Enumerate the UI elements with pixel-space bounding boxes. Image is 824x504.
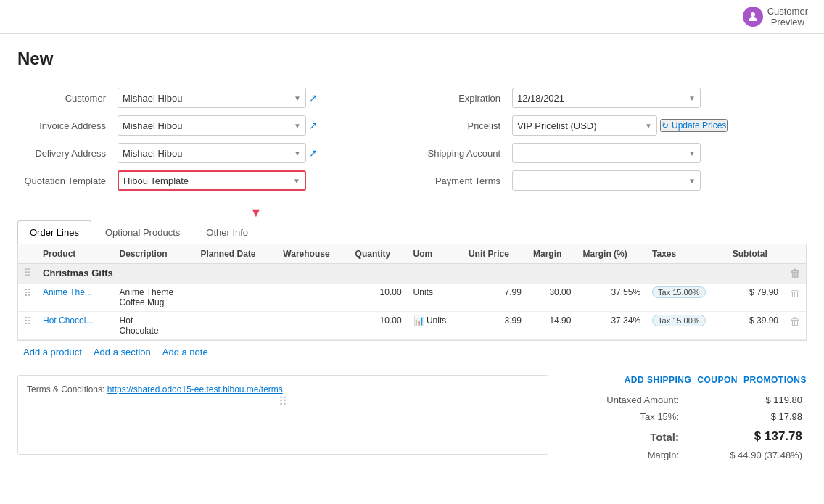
totals-section: ADD SHIPPING COUPON PROMOTIONS Untaxed A… bbox=[560, 375, 807, 464]
drag-handle-icon[interactable]: ⠿ bbox=[24, 315, 31, 327]
quantity-cell[interactable]: 10.00 bbox=[350, 284, 408, 312]
svg-point-0 bbox=[751, 12, 755, 17]
taxes-cell[interactable]: Tax 15.00% bbox=[646, 312, 727, 340]
expiration-field: 12/18/2021 ▼ bbox=[512, 88, 807, 108]
invoice-address-field: Mishael Hibou ▼ ↗ bbox=[118, 115, 412, 136]
update-prices-button[interactable]: ↻ Update Prices bbox=[660, 119, 728, 132]
margin-pct-cell[interactable]: 37.34% bbox=[577, 312, 646, 340]
forecast-chart-icon[interactable]: 📊 bbox=[413, 315, 424, 326]
warehouse-cell[interactable] bbox=[277, 284, 349, 312]
col-uom: Uom bbox=[408, 244, 463, 264]
margin-cell[interactable]: 30.00 bbox=[527, 284, 577, 312]
terms-conditions-box[interactable]: Terms & Conditions: https://shared.odoo1… bbox=[17, 375, 548, 455]
chevron-down-icon: ▼ bbox=[688, 177, 696, 185]
drag-handle-icon[interactable]: ⠿ bbox=[24, 268, 31, 279]
customer-label: Customer bbox=[17, 93, 112, 104]
untaxed-value: $ 119.80 bbox=[686, 392, 805, 408]
terms-label: Terms & Conditions: bbox=[27, 384, 104, 394]
order-lines-table: Product Description Planned Date Warehou… bbox=[18, 244, 806, 340]
quantity-cell[interactable]: 10.00 bbox=[350, 312, 408, 340]
tax-badge: Tax 15.00% bbox=[652, 286, 705, 298]
warehouse-cell[interactable] bbox=[277, 312, 349, 340]
quotation-template-select[interactable]: Hibou Template ▼ bbox=[118, 170, 306, 191]
col-unit-price: Unit Price bbox=[463, 244, 527, 264]
refresh-icon: ↻ bbox=[662, 120, 669, 131]
taxes-cell[interactable]: Tax 15.00% bbox=[646, 284, 727, 312]
invoice-address-external-link-icon[interactable]: ↗ bbox=[309, 120, 318, 131]
uom-cell[interactable]: 📊 Units bbox=[408, 312, 463, 340]
terms-url[interactable]: https://shared.odoo15-ee.test.hibou.me/t… bbox=[107, 384, 283, 394]
customer-select[interactable]: Mishael Hibou ▼ bbox=[118, 88, 306, 108]
customer-field: Mishael Hibou ▼ ↗ bbox=[118, 88, 412, 108]
margin-total-value: $ 44.90 (37.48%) bbox=[686, 447, 805, 463]
section-name[interactable]: Christmas Gifts bbox=[37, 264, 784, 284]
shipping-account-row: Shipping Account ▼ bbox=[412, 141, 807, 165]
pricelist-select[interactable]: VIP Pricelist (USD) ▼ bbox=[512, 115, 657, 136]
chevron-down-icon: ▼ bbox=[294, 94, 301, 102]
tab-optional-products[interactable]: Optional Products bbox=[93, 220, 192, 244]
margin-cell[interactable]: 14.90 bbox=[527, 312, 577, 340]
planned-date-cell[interactable] bbox=[195, 284, 278, 312]
total-value: $ 137.78 bbox=[686, 426, 805, 446]
customer-preview-button[interactable]: CustomerPreview bbox=[736, 1, 815, 32]
delivery-address-external-link-icon[interactable]: ↗ bbox=[309, 147, 318, 159]
pricelist-field: VIP Pricelist (USD) ▼ ↻ Update Prices bbox=[512, 115, 807, 136]
description-cell[interactable]: Anime ThemeCoffee Mug bbox=[114, 284, 195, 312]
margin-row: Margin: $ 44.90 (37.48%) bbox=[561, 447, 805, 463]
delete-icon[interactable]: 🗑 bbox=[790, 287, 800, 299]
margin-pct-cell[interactable]: 37.55% bbox=[577, 284, 646, 312]
delete-icon[interactable]: 🗑 bbox=[790, 315, 800, 327]
expiration-row: Expiration 12/18/2021 ▼ bbox=[412, 86, 807, 110]
invoice-address-select[interactable]: Mishael Hibou ▼ bbox=[118, 115, 306, 136]
totals-table: Untaxed Amount: $ 119.80 Tax 15%: $ 17.9… bbox=[560, 391, 807, 464]
add-note-link[interactable]: Add a note bbox=[162, 347, 208, 358]
untaxed-label: Untaxed Amount: bbox=[561, 392, 685, 408]
planned-date-cell[interactable] bbox=[195, 312, 278, 340]
quotation-template-field: Hibou Template ▼ bbox=[118, 170, 412, 191]
description-cell[interactable]: HotChocolate bbox=[114, 312, 195, 340]
col-description: Description bbox=[114, 244, 195, 264]
add-section-link[interactable]: Add a section bbox=[94, 347, 151, 358]
payment-terms-field: ▼ bbox=[512, 170, 807, 191]
tab-other-info[interactable]: Other Info bbox=[194, 220, 260, 244]
main-content: New Customer Mishael Hibou ▼ ↗ Invoice A… bbox=[0, 34, 824, 479]
payment-terms-select[interactable]: ▼ bbox=[512, 170, 701, 191]
uom-cell[interactable]: Units bbox=[408, 284, 463, 312]
resize-handle-icon[interactable]: ⠿ bbox=[27, 394, 539, 408]
bottom-section: Terms & Conditions: https://shared.odoo1… bbox=[17, 375, 807, 464]
customer-row: Customer Mishael Hibou ▼ ↗ bbox=[17, 86, 412, 110]
delete-icon[interactable]: 🗑 bbox=[790, 268, 800, 279]
product-cell[interactable]: Anime The... bbox=[37, 284, 114, 312]
table-row: ⠿ Hot Chocol... HotChocolate 10.00 📊 Uni… bbox=[18, 312, 806, 340]
tax-value: $ 17.98 bbox=[686, 409, 805, 424]
shipping-account-select[interactable]: ▼ bbox=[512, 143, 701, 163]
col-delete bbox=[784, 244, 806, 264]
table-row: ⠿ Christmas Gifts 🗑 bbox=[18, 264, 806, 284]
unit-price-cell[interactable]: 7.99 bbox=[463, 284, 527, 312]
col-margin: Margin bbox=[527, 244, 577, 264]
tab-order-lines[interactable]: Order Lines bbox=[17, 220, 91, 244]
customer-preview-label: CustomerPreview bbox=[767, 6, 808, 28]
drag-handle-cell: ⠿ bbox=[18, 264, 37, 284]
expiration-select[interactable]: 12/18/2021 ▼ bbox=[512, 88, 701, 108]
payment-terms-row: Payment Terms ▼ bbox=[412, 169, 807, 192]
coupon-button[interactable]: COUPON bbox=[697, 375, 738, 385]
chevron-down-icon: ▼ bbox=[645, 122, 652, 130]
page-title: New bbox=[17, 49, 807, 69]
promotions-button[interactable]: PROMOTIONS bbox=[743, 375, 807, 385]
product-cell[interactable]: Hot Chocol... bbox=[37, 312, 114, 340]
add-shipping-button[interactable]: ADD SHIPPING bbox=[625, 375, 692, 385]
delivery-address-select[interactable]: Mishael Hibou ▼ bbox=[118, 143, 306, 163]
drag-handle-icon[interactable]: ⠿ bbox=[24, 287, 31, 299]
col-planned-date: Planned Date bbox=[195, 244, 278, 264]
arrow-indicator: ▼ bbox=[250, 205, 807, 220]
add-product-link[interactable]: Add a product bbox=[23, 347, 82, 358]
tax-badge: Tax 15.00% bbox=[652, 315, 705, 326]
order-lines-table-container: Product Description Planned Date Warehou… bbox=[17, 244, 807, 341]
tax-label: Tax 15%: bbox=[561, 409, 685, 424]
chevron-down-icon: ▼ bbox=[688, 94, 696, 102]
chevron-down-icon: ▼ bbox=[294, 149, 301, 157]
shipping-account-field: ▼ bbox=[512, 143, 807, 163]
unit-price-cell[interactable]: 3.99 bbox=[463, 312, 527, 340]
customer-external-link-icon[interactable]: ↗ bbox=[309, 92, 318, 104]
